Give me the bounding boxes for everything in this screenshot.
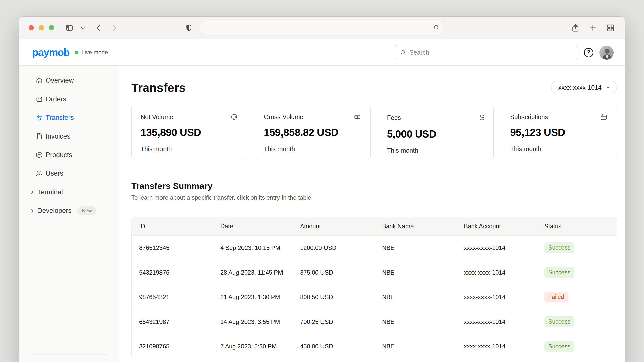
sidebar-divider	[31, 354, 107, 355]
help-button[interactable]: ?	[584, 48, 593, 57]
window-controls	[29, 25, 54, 30]
privacy-shield-icon[interactable]	[185, 24, 193, 32]
sidebar-item-label: Terminal	[37, 188, 63, 196]
paymob-logo[interactable]: paymob	[32, 47, 69, 58]
tab-overview-icon[interactable]	[606, 23, 615, 32]
cell-id: 543219876	[132, 269, 220, 276]
table-header-row: ID Date Amount Bank Name Bank Account St…	[132, 217, 617, 236]
stat-card-subscriptions: Subscriptions 95,123 USD	[501, 105, 617, 160]
stat-card-gross-volume: Gross Volume 159,858.82 USD	[255, 105, 371, 160]
table-row[interactable]: 654321987 14 Aug 2023, 3:55 PM 700.25 US…	[132, 309, 617, 334]
cell-bank-name: NBE	[382, 294, 464, 301]
sidebar-item-terminal[interactable]: Terminal	[19, 185, 120, 199]
cell-id: 654321987	[132, 318, 220, 325]
cell-id: 321098765	[132, 343, 220, 350]
sidebar-item-orders[interactable]: Orders	[19, 92, 120, 106]
status-badge: Success	[544, 316, 574, 327]
sidebar-item-label: Invoices	[46, 132, 70, 140]
cell-bank-account: xxxx-xxxx-1014	[464, 294, 544, 301]
cell-date: 4 Sep 2023, 10:15 PM	[220, 244, 300, 251]
minimize-window-button[interactable]	[39, 25, 44, 30]
zoom-window-button[interactable]	[49, 25, 54, 30]
stat-card-fees: Fees $ 5,000 USD This month	[378, 105, 494, 160]
chevron-down-icon	[605, 85, 611, 90]
cell-bank-name: NBE	[382, 343, 464, 350]
sidebar-item-label: Users	[46, 170, 63, 177]
banknote-icon	[354, 113, 361, 121]
sidebar-item-developers[interactable]: Developers New	[19, 204, 120, 218]
cell-date: 14 Aug 2023, 3:55 PM	[220, 318, 300, 325]
new-tab-icon[interactable]	[588, 23, 597, 32]
cell-date: 7 Aug 2023, 5:30 PM	[220, 343, 300, 350]
stat-card-value: 159,858.82 USD	[264, 127, 361, 139]
cell-bank-account: xxxx-xxxx-1014	[464, 269, 544, 276]
sidebar-toggle-icon[interactable]	[65, 24, 74, 32]
account-selector-value: xxxx-xxxx-1014	[558, 84, 602, 91]
address-bar[interactable]	[201, 21, 444, 35]
status-badge: Success	[544, 341, 574, 352]
main-content: Transfers xxxx-xxxx-1014 Net Volume	[120, 66, 625, 362]
live-mode-label: Live mode	[81, 49, 108, 56]
cell-amount: 1200.00 USD	[300, 244, 382, 251]
sidebar-item-overview[interactable]: Overview	[19, 73, 120, 87]
search-input[interactable]	[395, 45, 578, 60]
table-row[interactable]: 543219876 28 Aug 2023, 11:45 PM 375.00 U…	[132, 260, 617, 285]
cell-amount: 800.50 USD	[300, 294, 382, 301]
cell-bank-account: xxxx-xxxx-1014	[464, 318, 544, 325]
stat-card-label: Fees	[387, 114, 401, 121]
home-icon	[35, 77, 43, 84]
stat-card-value: 95,123 USD	[510, 127, 608, 139]
sidebar-item-label: Products	[46, 151, 72, 159]
transfers-table: ID Date Amount Bank Name Bank Account St…	[131, 217, 617, 359]
live-mode-dot	[75, 51, 78, 54]
transfer-arrows-icon	[35, 114, 43, 121]
sidebar-item-label: Developers	[37, 207, 72, 215]
status-badge: Success	[544, 242, 574, 253]
stat-card-label: Gross Volume	[264, 113, 303, 121]
account-selector[interactable]: xxxx-xxxx-1014	[551, 81, 617, 94]
summary-title: Transfers Summary	[131, 181, 617, 191]
cell-amount: 700.25 USD	[300, 318, 382, 325]
status-badge: Failed	[544, 292, 568, 302]
column-header-bank-name: Bank Name	[382, 223, 464, 230]
cell-bank-name: NBE	[382, 269, 464, 276]
column-header-id: ID	[132, 223, 220, 230]
table-row[interactable]: 876512345 4 Sep 2023, 10:15 PM 1200.00 U…	[132, 236, 617, 260]
forward-button[interactable]	[111, 24, 118, 32]
close-window-button[interactable]	[29, 25, 34, 30]
users-icon	[35, 170, 43, 177]
chevron-right-icon	[30, 208, 35, 213]
browser-window: paymob Live mode ?	[19, 17, 625, 362]
search-icon	[400, 49, 406, 56]
cell-date: 28 Aug 2023, 11:45 PM	[220, 269, 300, 276]
new-badge: New	[77, 206, 96, 215]
shopping-bag-icon	[35, 95, 43, 103]
share-icon[interactable]	[571, 23, 580, 32]
stat-card-period: This month	[264, 145, 361, 153]
avatar[interactable]	[599, 46, 614, 60]
toolbar-divider	[77, 24, 77, 32]
sidebar-item-label: Transfers	[46, 114, 74, 122]
search-field[interactable]	[409, 49, 573, 56]
back-button[interactable]	[95, 24, 102, 32]
sidebar-item-products[interactable]: Products	[19, 148, 120, 162]
status-badge: Success	[544, 267, 574, 278]
sidebar-item-users[interactable]: Users	[19, 166, 120, 180]
address-input[interactable]	[205, 24, 433, 31]
reload-icon[interactable]	[433, 24, 440, 31]
globe-icon	[230, 113, 238, 121]
sidebar-item-invoices[interactable]: Invoices	[19, 129, 120, 143]
cell-bank-name: NBE	[382, 318, 464, 325]
sidebar-item-transfers[interactable]: Transfers	[19, 111, 120, 125]
cube-icon	[35, 151, 43, 159]
sidebar-chevron-down-icon[interactable]	[80, 25, 86, 31]
sidebar: Overview Orders	[19, 66, 120, 362]
stat-card-period: This month	[387, 147, 485, 154]
cell-amount: 450.00 USD	[300, 343, 382, 350]
table-row[interactable]: 987654321 21 Aug 2023, 1:30 PM 800.50 US…	[132, 285, 617, 309]
stat-card-period: This month	[510, 145, 608, 153]
stat-card-label: Subscriptions	[510, 113, 548, 121]
sidebar-item-label: Overview	[46, 77, 74, 84]
cell-bank-account: xxxx-xxxx-1014	[464, 343, 544, 350]
table-row[interactable]: 321098765 7 Aug 2023, 5:30 PM 450.00 USD…	[132, 334, 617, 359]
